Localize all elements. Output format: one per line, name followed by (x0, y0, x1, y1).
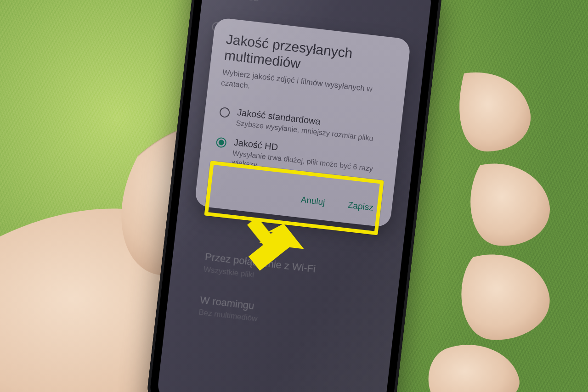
photo-stage: Zarządzaj pamięcią 4,6 GB Użycie sieci (0, 0, 588, 392)
phone: Zarządzaj pamięcią 4,6 GB Użycie sieci (145, 0, 444, 392)
phone-screen: Zarządzaj pamięcią 4,6 GB Użycie sieci (156, 0, 433, 392)
screen-glare (156, 0, 433, 392)
